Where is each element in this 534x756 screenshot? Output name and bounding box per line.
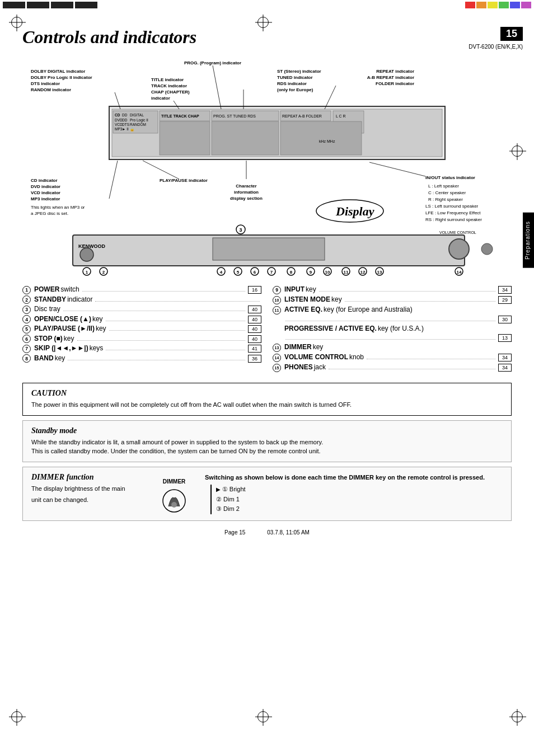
control-phones: 15 PHONES jack 34: [273, 363, 512, 373]
svg-line-50: [143, 161, 179, 179]
caution-text: The power in this equipment will not be …: [31, 400, 503, 410]
svg-text:display section: display section: [230, 196, 263, 201]
caution-title: CAUTION: [31, 389, 503, 398]
dimmer-step3: ③ Dim 2: [216, 504, 503, 514]
controls-left-col: 1 POWER switch 16 2 STANDBY indicator 3: [22, 285, 261, 373]
svg-text:L  C  R: L C R: [336, 114, 346, 118]
control-input: 9 INPUT key 34: [273, 285, 512, 295]
control-progressive-ref: 13: [273, 334, 512, 342]
svg-line-57: [109, 161, 118, 199]
svg-text:1: 1: [86, 270, 88, 275]
page-number: 15: [500, 27, 523, 41]
svg-text:VCD: VCD: [115, 123, 123, 126]
footer-page: Page 15: [224, 529, 245, 536]
dimmer-left: DIMMER function The display brightness o…: [31, 473, 143, 515]
svg-text:indicator: indicator: [151, 96, 170, 101]
svg-text:DD: DD: [122, 113, 128, 117]
control-active-eq: 11 ACTIVE EQ. key (for Europe and Austra…: [273, 305, 512, 315]
svg-text:DTS indicator: DTS indicator: [31, 81, 60, 86]
control-disc-tray: 3 Disc tray 40: [22, 304, 261, 314]
svg-text:CD indicator: CD indicator: [31, 178, 58, 183]
svg-text:RANDOM: RANDOM: [130, 123, 146, 126]
svg-text:🔒: 🔒: [130, 126, 135, 132]
svg-text:Pro Logic II: Pro Logic II: [130, 118, 148, 123]
svg-text:Display: Display: [335, 204, 374, 218]
svg-text:5: 5: [237, 270, 240, 275]
reg-mark-top-center: [257, 17, 269, 28]
dimmer-switching-title: Switching as shown below is done each ti…: [205, 473, 503, 483]
svg-text:MP3 indicator: MP3 indicator: [31, 196, 60, 201]
control-standby: 2 STANDBY indicator: [22, 295, 261, 305]
control-volume: 14 VOLUME CONTROL knob 34: [273, 353, 512, 363]
svg-rect-26: [280, 121, 362, 155]
dimmer-desc1: The display brightness of the main: [31, 484, 143, 494]
reg-mark-top-left: [11, 17, 22, 28]
svg-text:RS   : Right surround speaker: RS : Right surround speaker: [425, 217, 482, 222]
svg-text:REPEAT   A-B FOLDER: REPEAT A-B FOLDER: [282, 114, 322, 118]
svg-text:13: 13: [377, 270, 382, 275]
svg-rect-20: [212, 121, 279, 155]
svg-text:CHAP (CHAPTER): CHAP (CHAPTER): [151, 90, 190, 95]
standby-title: Standby mode: [31, 426, 503, 435]
svg-line-34: [213, 65, 221, 109]
main-diagram-svg: CD DD DIGITAL DVD DD Pro Logic II VCD DT…: [22, 53, 509, 277]
standby-text1: While the standby indicator is lit, a sm…: [31, 438, 503, 447]
svg-text:DVD: DVD: [115, 118, 123, 122]
top-bar-color-strips: [462, 0, 534, 10]
svg-text:3: 3: [239, 227, 242, 233]
svg-text:C     : Center speaker: C : Center speaker: [428, 190, 466, 195]
control-play-pause: 5 PLAY/PAUSE (►/II) key 40: [22, 324, 261, 334]
page-title: Controls and indicators: [22, 27, 512, 48]
svg-text:9: 9: [310, 270, 312, 275]
svg-point-108: [171, 502, 177, 508]
svg-text:TITLE  TRACK  CHAP: TITLE TRACK CHAP: [161, 114, 199, 118]
reg-mark-bottom-left: [11, 711, 22, 722]
svg-point-74: [80, 248, 93, 261]
control-band: 8 BAND key 36: [22, 354, 261, 364]
svg-text:R     : Right speaker: R : Right speaker: [428, 197, 463, 202]
svg-point-76: [449, 239, 469, 259]
svg-text:TRACK indicator: TRACK indicator: [151, 83, 187, 88]
dimmer-box: DIMMER function The display brightness o…: [22, 467, 512, 521]
svg-text:PROG.  ST  TUNED  RDS: PROG. ST TUNED RDS: [213, 114, 256, 118]
svg-text:VCD indicator: VCD indicator: [31, 190, 60, 195]
svg-rect-75: [213, 238, 325, 260]
svg-text:14: 14: [457, 270, 462, 275]
control-dimmer: 13 DIMMER key: [273, 342, 512, 353]
svg-text:2: 2: [102, 270, 105, 275]
svg-rect-17: [160, 121, 210, 155]
dimmer-step1: ▶ ① Bright: [216, 485, 503, 495]
dimmer-right: Switching as shown below is done each ti…: [205, 473, 503, 515]
svg-text:8: 8: [290, 270, 293, 275]
svg-text:TUNED indicator: TUNED indicator: [277, 75, 313, 80]
svg-text:a JPEG disc is set.: a JPEG disc is set.: [31, 211, 68, 216]
svg-text:6: 6: [254, 270, 256, 275]
top-bar-left-marks: [0, 0, 100, 10]
svg-text:DIGITAL: DIGITAL: [130, 113, 144, 117]
footer-date: 03.7.8, 11:05 AM: [267, 529, 310, 536]
svg-text:DD: DD: [122, 118, 128, 122]
control-open-close: 4 OPEN/CLOSE (▲) key 40: [22, 314, 261, 325]
page-header: Controls and indicators 15 DVT-6200 (EN/…: [0, 10, 534, 48]
svg-text:(only for Europe): (only for Europe): [277, 87, 313, 92]
svg-text:7: 7: [270, 270, 273, 275]
reg-mark-bottom-right: [512, 711, 523, 722]
svg-text:A-B REPEAT indicator: A-B REPEAT indicator: [367, 75, 414, 80]
svg-text:RDS indicator: RDS indicator: [277, 81, 307, 86]
svg-text:LFE  : Low Frequency Effect: LFE : Low Frequency Effect: [425, 210, 481, 215]
dimmer-icon: [160, 487, 188, 515]
control-stop: 6 STOP (■) key 40: [22, 334, 261, 344]
dimmer-title: DIMMER function: [31, 473, 143, 482]
dimmer-desc2: unit can be changed.: [31, 495, 143, 505]
svg-text:Character: Character: [236, 184, 256, 189]
dimmer-step2: ② Dim 1: [216, 495, 503, 505]
dimmer-steps-container: ▶ ① Bright ② Dim 1 ③ Dim 2: [210, 485, 503, 514]
svg-text:FOLDER indicator: FOLDER indicator: [376, 81, 414, 86]
svg-text:REPEAT indicator: REPEAT indicator: [376, 69, 414, 74]
svg-line-48: [325, 86, 336, 109]
control-listen-mode: 10 LISTEN MODE key 29: [273, 295, 512, 305]
main-content: CD DD DIGITAL DVD DD Pro Logic II VCD DT…: [0, 48, 534, 544]
svg-text:► II: ► II: [122, 127, 129, 131]
control-power: 1 POWER switch 16: [22, 285, 261, 295]
svg-text:10: 10: [325, 270, 330, 275]
